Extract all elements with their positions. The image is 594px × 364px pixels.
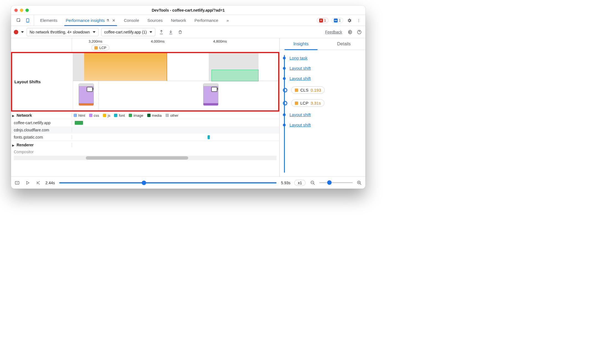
svg-point-3 [349, 31, 351, 33]
insights-list[interactable]: Long task Layout shift Layout shift CLS … [280, 50, 365, 176]
record-button[interactable] [14, 30, 18, 34]
tabs-overflow-button[interactable]: » [223, 15, 233, 26]
tab-insights[interactable]: Insights [280, 38, 322, 50]
screenshot-thumbnail[interactable] [203, 84, 218, 106]
time-tick: 4,000ms [151, 39, 165, 43]
network-row[interactable]: coffee-cart.netlify.app [11, 119, 279, 126]
recording-select[interactable]: coffee-cart.netlify.app (1) [101, 28, 156, 36]
layout-shifts-track[interactable]: Layout Shifts [11, 52, 279, 111]
layout-shifts-label: Layout Shifts [12, 53, 73, 110]
details-pane: Insights Details Long task Layout shift … [280, 38, 365, 176]
record-options-dropdown[interactable] [21, 31, 24, 33]
compositor-row: Compositor [11, 149, 279, 155]
zoom-controls [309, 180, 363, 186]
cls-swatch-icon [295, 89, 298, 92]
message-count-badge[interactable]: 1 [331, 18, 343, 23]
insights-toolbar: No network throttling, 4× slowdown coffe… [11, 26, 365, 38]
insight-layout-shift[interactable]: Layout shift [290, 112, 311, 117]
more-menu-icon[interactable]: ⋮ [355, 17, 362, 24]
insight-layout-shift[interactable]: Layout shift [290, 66, 311, 71]
inspect-element-icon[interactable] [16, 17, 22, 24]
right-pane-tabs: Insights Details [280, 38, 365, 50]
time-tick: 4,800ms [213, 39, 227, 43]
zoom-in-icon[interactable] [356, 180, 363, 186]
device-toggle-icon[interactable] [24, 17, 31, 24]
maximize-window-button[interactable] [25, 9, 29, 12]
zoom-slider[interactable] [319, 182, 353, 183]
time-range-slider[interactable] [59, 182, 277, 183]
timeline-connector [284, 55, 285, 173]
insight-layout-shift[interactable]: Layout shift [290, 123, 311, 127]
timeline-block[interactable] [84, 53, 167, 81]
tab-details[interactable]: Details [322, 38, 365, 50]
minimize-window-button[interactable] [20, 9, 23, 12]
tab-performance-insights[interactable]: Performance insights ⚗ ✕ [62, 15, 120, 26]
network-section-header[interactable]: Network html css js font image media oth… [11, 111, 279, 119]
main-content: 3,200ms 4,000ms 4,800ms LCP Layout Shift… [11, 38, 365, 176]
expand-toggle-icon[interactable] [12, 113, 16, 118]
help-icon[interactable] [356, 29, 363, 35]
panel-settings-icon[interactable] [347, 29, 353, 35]
error-count-badge[interactable]: 1 [317, 18, 329, 23]
close-window-button[interactable] [14, 9, 18, 12]
svg-marker-7 [27, 181, 29, 184]
delete-icon[interactable] [177, 29, 184, 35]
range-start: 2.44s [45, 181, 55, 185]
timeline-pane: 3,200ms 4,000ms 4,800ms LCP Layout Shift… [11, 38, 280, 176]
zoom-out-icon[interactable] [309, 180, 316, 186]
range-end: 5.93s [281, 181, 290, 185]
tab-elements[interactable]: Elements [36, 15, 61, 26]
settings-gear-icon[interactable] [346, 17, 353, 24]
playback-speed-pill[interactable]: x1 [294, 180, 306, 186]
expand-toggle-icon[interactable] [12, 143, 16, 147]
window-title: DevTools - coffee-cart.netlify.app/?ad=1 [11, 8, 365, 12]
feedback-link[interactable]: Feedback [325, 30, 342, 34]
panel-tabs-bar: Elements Performance insights ⚗ ✕ Consol… [11, 15, 365, 26]
insight-metric-icon [283, 101, 287, 105]
throttling-select[interactable]: No network throttling, 4× slowdown [27, 28, 99, 36]
tab-performance[interactable]: Performance [191, 15, 222, 26]
time-tick: 3,200ms [89, 39, 102, 43]
tab-network[interactable]: Network [167, 15, 190, 26]
traffic-lights [14, 9, 29, 12]
cls-pill[interactable]: CLS 0.193 [291, 86, 325, 94]
insight-long-task[interactable]: Long task [290, 56, 308, 60]
tab-sources[interactable]: Sources [143, 15, 166, 26]
renderer-section-header[interactable]: Renderer [11, 141, 279, 149]
chevron-down-icon [93, 31, 95, 33]
devtools-window: DevTools - coffee-cart.netlify.app/?ad=1… [11, 6, 365, 189]
svg-line-10 [313, 183, 315, 185]
rewind-icon[interactable] [35, 180, 42, 186]
lcp-pill[interactable]: LCP 3.31s [291, 99, 324, 107]
tab-console[interactable]: Console [120, 15, 143, 26]
lcp-swatch-icon [295, 102, 298, 105]
toggle-screenshots-icon[interactable] [14, 180, 20, 186]
svg-point-6 [17, 183, 17, 183]
experiment-icon: ⚗ [106, 19, 109, 22]
lcp-swatch-icon [94, 46, 98, 50]
time-ruler[interactable]: 3,200ms 4,000ms 4,800ms LCP [11, 38, 279, 52]
close-tab-button[interactable]: ✕ [112, 18, 115, 23]
import-icon[interactable] [167, 29, 174, 35]
network-legend: html css js font image media other [72, 113, 179, 118]
screenshot-thumbnail[interactable] [79, 84, 94, 106]
timeline-block[interactable] [211, 70, 259, 81]
lcp-marker-pill[interactable]: LCP [91, 45, 109, 51]
playback-footer: 2.44s 5.93s x1 [11, 176, 365, 189]
titlebar: DevTools - coffee-cart.netlify.app/?ad=1 [11, 6, 365, 15]
horizontal-scrollbar[interactable] [14, 156, 277, 160]
chevron-down-icon [149, 31, 152, 33]
insight-layout-shift[interactable]: Layout shift [290, 76, 311, 81]
play-icon[interactable] [24, 180, 31, 186]
export-icon[interactable] [158, 29, 165, 35]
insight-metric-icon [283, 88, 287, 92]
network-row[interactable]: cdnjs.cloudflare.com [11, 126, 279, 134]
network-row[interactable]: fonts.gstatic.com [11, 134, 279, 141]
svg-line-13 [360, 183, 361, 185]
